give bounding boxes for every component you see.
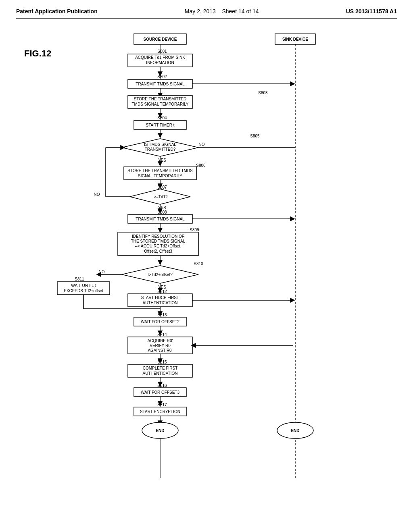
s812-text-line2: AUTHENTICATION [142,301,177,305]
s815-label: S815 [157,360,167,364]
svg-marker-51 [290,298,294,302]
s809-text-line3: --> ACQUIRE Td2+Offset, [135,244,181,248]
s803-label: S803 [258,91,268,95]
s809-text-line1: IDENTIFY RESOLUTION OF [132,234,184,239]
source-device-label: SOURCE DEVICE [144,37,177,42]
s805-text-line1: IS TMDS SIGNAL [144,142,176,147]
svg-marker-9 [290,82,294,86]
s814-text-line3: AGAINST R0' [148,348,172,353]
s815-text-line2: AUTHENTICATION [142,371,177,376]
s807-no-label: NO [94,192,100,197]
s808-label: S808 [157,210,167,214]
s817-text: START ENCRYPTION [140,409,180,414]
svg-marker-34 [290,217,294,221]
s806-text-line2: SIGNAL TEMPORARILY [138,174,182,178]
s801-text-line2: INFORMATION [146,60,174,65]
s804-label: S804 [157,116,167,120]
header: Patent Application Publication May 2, 20… [16,8,397,19]
s801-label: S801 [157,49,167,54]
s817-label: S817 [157,403,167,407]
sink-device-label: SINK DEVICE [282,37,308,42]
s805-text-line2: TRANSMITTED? [145,147,176,152]
s804-text: START TIMER t [146,123,175,127]
s803-text-line1: STORE THE TRANSMITTED [134,97,187,101]
s811-label: S811 [75,277,84,281]
s805-no-label: NO [199,142,205,147]
s816-label: S816 [157,383,167,388]
end1-text: END [156,428,164,433]
s802-text: TRANSMIT TMDS SIGNAL [136,82,185,86]
s806-text-line1: STORE THE TRANSMITTED TMDS [127,168,193,173]
svg-marker-29 [121,145,125,150]
s814-text-line1: ACQUIRE R0' [147,339,173,343]
header-publication: Patent Application Publication [16,8,98,15]
s808-text: TRANSMIT TMDS SIGNAL [136,217,185,221]
s801-text-line1: ACQUIRE Td1 FROM SINK [135,55,185,60]
s815-text-line1: COMPLETE FIRST [143,366,178,370]
page: Patent Application Publication May 2, 20… [0,0,413,532]
s813-label: S813 [157,313,167,317]
end2-text: END [291,428,299,433]
s813-text: WAIT FOR OFFSET2 [141,320,180,324]
s809-label: S809 [190,228,199,232]
diagram-area: SOURCE DEVICE SINK DEVICE S801 ACQUIRE T… [16,27,397,502]
s814-text-line2: VERIFY R0 [150,343,171,348]
s810-text: t>Td2+offset? [148,272,173,277]
svg-marker-17 [158,133,162,137]
header-patent-number: US 2013/111578 A1 [346,8,397,15]
s816-text: WAIT FOR OFFSET3 [141,390,180,395]
s812-text-line1: START HDCP FIRST [141,295,179,300]
svg-marker-21 [158,162,162,166]
s809-text-line4: Offset2, Offset3 [144,249,172,254]
svg-marker-36 [158,228,162,232]
s803-text-line2: TMDS SIGNAL TEMPORARILY [132,102,189,106]
s810-label: S810 [194,262,203,266]
s812-label: S812 [157,289,167,294]
s807-label: S807 [157,185,167,189]
s802-label: S802 [157,75,167,79]
s811-text-line2: EXCEEDS Td2+offset [64,289,103,293]
s807-text: t>=Td1? [152,195,168,199]
svg-marker-39 [158,260,162,264]
s809-text-line2: THE STORED TMDS SIGNAL [131,239,186,243]
s805-label: S805 [250,134,260,138]
header-date-sheet: May 2, 2013 Sheet 14 of 14 [185,8,259,15]
s811-text-line1: WAIT UNTIL t [71,283,96,288]
s814-label: S814 [157,332,167,337]
s806-label: S806 [196,163,206,168]
